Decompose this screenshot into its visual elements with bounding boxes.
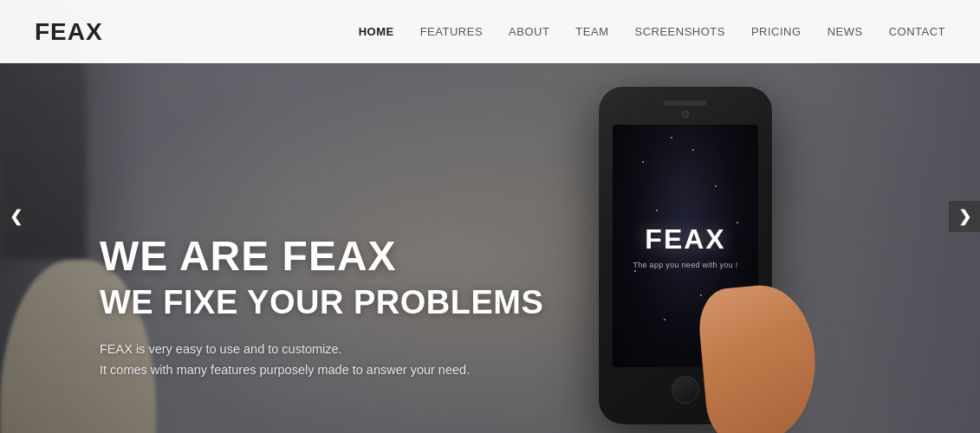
star-3 <box>692 149 694 151</box>
nav-item-team[interactable]: TEAM <box>575 25 608 38</box>
nav-item-features[interactable]: FEATURES <box>420 25 483 38</box>
hero-text-block: WE ARE FEAX WE FIXE YOUR PROBLEMS FEAX i… <box>100 234 543 381</box>
star-9 <box>656 210 658 211</box>
nav-item-news[interactable]: NEWS <box>827 25 863 38</box>
main-nav: HOMEFEATURESABOUTTEAMSCREENSHOTSPRICINGN… <box>359 25 945 38</box>
phone-speaker <box>664 100 707 106</box>
phone-camera <box>682 111 689 118</box>
star-2 <box>715 185 717 187</box>
arrow-left-icon: ❮ <box>10 207 23 226</box>
hero-section: ❮ WE ARE FEAX WE FIXE YOUR PROBLEMS FEAX… <box>0 0 980 433</box>
nav-item-about[interactable]: ABOUT <box>509 25 549 38</box>
nav-item-contact[interactable]: CONTACT <box>889 25 945 38</box>
hero-title-2: WE FIXE YOUR PROBLEMS <box>100 283 543 323</box>
site-logo[interactable]: FEAX <box>35 18 103 46</box>
star-7 <box>664 319 665 320</box>
star-5 <box>634 270 636 272</box>
nav-item-pricing[interactable]: PRICING <box>751 25 802 38</box>
hand-graphic <box>696 281 821 433</box>
header: FEAX HOMEFEATURESABOUTTEAMSCREENSHOTSPRI… <box>0 0 980 63</box>
star-1 <box>642 161 644 163</box>
star-4 <box>737 222 738 223</box>
hero-subtitle: FEAX is very easy to use and to customiz… <box>100 339 543 381</box>
hero-subtitle-line2: It comes with many features purposely ma… <box>100 363 470 377</box>
nav-item-screenshots[interactable]: SCREENSHOTS <box>634 25 724 38</box>
hero-content: WE ARE FEAX WE FIXE YOUR PROBLEMS FEAX i… <box>0 63 980 433</box>
phone-home-button <box>672 376 699 404</box>
slide-next-button[interactable]: ❯ <box>949 201 980 232</box>
star-8 <box>671 137 672 139</box>
arrow-right-icon: ❯ <box>958 207 971 226</box>
phone-app-tagline: The app you need with you ! <box>633 261 737 269</box>
phone-app-logo: FEAX <box>645 223 725 255</box>
slide-prev-button[interactable]: ❮ <box>0 201 31 232</box>
star-6 <box>700 294 702 296</box>
phone-mockup: FEAX The app you need with you ! <box>599 87 789 433</box>
nav-item-home[interactable]: HOME <box>359 25 394 38</box>
hero-title-1: WE ARE FEAX <box>100 234 543 280</box>
hero-subtitle-line1: FEAX is very easy to use and to customiz… <box>100 342 342 356</box>
